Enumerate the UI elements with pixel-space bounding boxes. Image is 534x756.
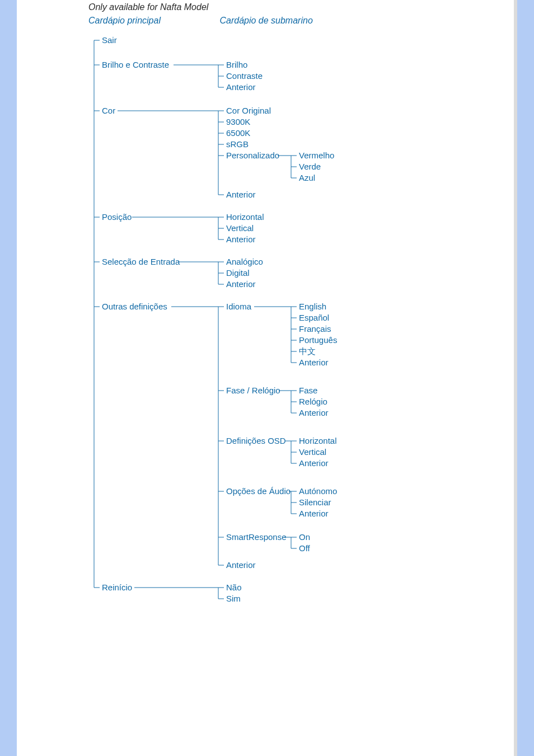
item-vermelho: Vermelho bbox=[299, 151, 334, 160]
item-silenciar: Silenciar bbox=[299, 497, 331, 507]
item-cor-anterior: Anterior bbox=[226, 190, 256, 199]
header-sub: Cardápio de submarino bbox=[219, 16, 312, 26]
menu-tree-diagram: Only available for Nafta Model Cardápio … bbox=[17, 0, 517, 756]
item-autonomo: Autónomo bbox=[299, 486, 337, 496]
column-headers: Cardápio principal Cardápio de submarino bbox=[88, 16, 514, 26]
item-reinicio: Reinício bbox=[102, 583, 132, 592]
item-espanol: Español bbox=[299, 313, 329, 322]
tree-svg: Sair Brilho e Contraste Cor Posição Sele… bbox=[88, 28, 402, 621]
item-english: English bbox=[299, 302, 326, 311]
item-sair: Sair bbox=[102, 35, 117, 45]
item-6500k: 6500K bbox=[226, 128, 250, 138]
item-fase-anterior: Anterior bbox=[299, 408, 329, 417]
item-azul: Azul bbox=[299, 173, 315, 182]
item-outras-anterior: Anterior bbox=[226, 560, 256, 570]
item-brilho: Brilho bbox=[226, 60, 247, 69]
item-srgb: sRGB bbox=[226, 139, 249, 149]
item-pos-horizontal: Horizontal bbox=[226, 212, 264, 222]
item-pos-vertical: Vertical bbox=[226, 223, 254, 233]
item-outras: Outras definições bbox=[102, 302, 167, 311]
item-nao: Não bbox=[226, 583, 242, 592]
item-cor-original: Cor Original bbox=[226, 106, 271, 115]
item-def-osd: Definições OSD bbox=[226, 436, 286, 445]
item-audio-anterior: Anterior bbox=[299, 509, 329, 518]
item-brilho-contraste: Brilho e Contraste bbox=[102, 60, 169, 69]
item-fase-relogio: Fase / Relógio bbox=[226, 386, 280, 395]
item-relogio: Relógio bbox=[299, 397, 327, 406]
item-personalizado: Personalizado bbox=[226, 151, 279, 160]
item-cor: Cor bbox=[102, 106, 115, 115]
item-posicao: Posição bbox=[102, 212, 132, 222]
model-note: Only available for Nafta Model bbox=[88, 2, 514, 12]
item-analogico: Analógico bbox=[226, 257, 263, 266]
item-francais: Français bbox=[299, 324, 331, 334]
item-anterior: Anterior bbox=[226, 82, 256, 92]
item-zhongwen: 中文 bbox=[299, 346, 316, 356]
item-smart-on: On bbox=[299, 532, 310, 542]
item-9300k: 9300K bbox=[226, 117, 250, 126]
header-main: Cardápio principal bbox=[88, 16, 217, 26]
item-osd-horizontal: Horizontal bbox=[299, 436, 337, 445]
item-sim: Sim bbox=[226, 594, 241, 603]
item-idioma: Idioma bbox=[226, 302, 252, 311]
item-smart-off: Off bbox=[299, 543, 311, 553]
item-pos-anterior: Anterior bbox=[226, 234, 256, 244]
item-ent-anterior: Anterior bbox=[226, 279, 256, 289]
item-osd-anterior: Anterior bbox=[299, 458, 329, 468]
item-contraste: Contraste bbox=[226, 71, 263, 81]
item-opcoes-audio: Opções de Áudio bbox=[226, 486, 291, 496]
item-digital: Digital bbox=[226, 268, 250, 278]
item-entrada: Selecção de Entrada bbox=[102, 257, 180, 266]
item-osd-vertical: Vertical bbox=[299, 447, 326, 457]
item-fase: Fase bbox=[299, 386, 317, 395]
item-idioma-anterior: Anterior bbox=[299, 358, 329, 367]
item-verde: Verde bbox=[299, 162, 321, 171]
item-smartresponse: SmartResponse bbox=[226, 532, 287, 542]
item-portugues: Português bbox=[299, 335, 337, 345]
